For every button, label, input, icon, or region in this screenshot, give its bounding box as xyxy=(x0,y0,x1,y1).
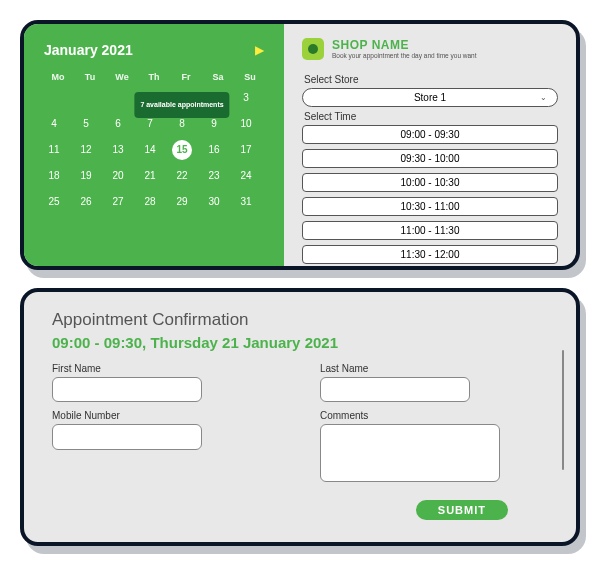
calendar-dow: Fr xyxy=(172,72,200,82)
calendar-day[interactable]: 26 xyxy=(76,192,96,212)
calendar-day[interactable]: 20 xyxy=(108,166,128,186)
confirmation-title: Appointment Confirmation xyxy=(52,310,548,330)
time-slot[interactable]: 09:00 - 09:30 xyxy=(302,125,558,144)
calendar-day xyxy=(76,88,96,108)
chevron-down-icon: ⌄ xyxy=(540,93,547,102)
calendar-day[interactable]: 24 xyxy=(236,166,256,186)
time-slot[interactable]: 11:00 - 11:30 xyxy=(302,221,558,240)
calendar-dow: Mo xyxy=(44,72,72,82)
calendar-day[interactable]: 87 available appointments xyxy=(172,114,192,134)
calendar-day[interactable]: 27 xyxy=(108,192,128,212)
calendar-day[interactable]: 21 xyxy=(140,166,160,186)
calendar-day[interactable]: 17 xyxy=(236,140,256,160)
last-name-label: Last Name xyxy=(320,363,548,374)
calendar-day[interactable]: 18 xyxy=(44,166,64,186)
calendar-dow: Su xyxy=(236,72,264,82)
calendar-day[interactable]: 23 xyxy=(204,166,224,186)
comments-textarea[interactable] xyxy=(320,424,500,482)
confirmation-panel: Appointment Confirmation 09:00 - 09:30, … xyxy=(20,288,580,546)
calendar-day[interactable]: 3 xyxy=(236,88,256,108)
submit-button[interactable]: SUBMIT xyxy=(416,500,508,520)
calendar-day[interactable]: 9 xyxy=(204,114,224,134)
select-time-label: Select Time xyxy=(304,111,558,122)
calendar-day[interactable]: 15 xyxy=(172,140,192,160)
calendar-day[interactable]: 28 xyxy=(140,192,160,212)
shop-subtitle: Book your appointment the day and time y… xyxy=(332,52,477,59)
panel-scrollbar[interactable] xyxy=(562,350,564,470)
mobile-input[interactable] xyxy=(52,424,202,449)
calendar-day[interactable]: 16 xyxy=(204,140,224,160)
booking-side: SHOP NAME Book your appointment the day … xyxy=(284,24,576,266)
time-slot[interactable]: 09:30 - 10:00 xyxy=(302,149,558,168)
first-name-input[interactable] xyxy=(52,377,202,402)
calendar-dow: Sa xyxy=(204,72,232,82)
last-name-input[interactable] xyxy=(320,377,470,402)
calendar-dow: Th xyxy=(140,72,168,82)
calendar-day[interactable]: 11 xyxy=(44,140,64,160)
calendar-day xyxy=(44,88,64,108)
calendar-day[interactable]: 19 xyxy=(76,166,96,186)
calendar-day[interactable]: 30 xyxy=(204,192,224,212)
calendar-day[interactable]: 6 xyxy=(108,114,128,134)
calendar-day[interactable]: 14 xyxy=(140,140,160,160)
calendar-next-icon[interactable]: ▶ xyxy=(255,43,264,57)
calendar-day[interactable]: 12 xyxy=(76,140,96,160)
store-selected-value: Store 1 xyxy=(414,92,446,103)
time-slot[interactable]: 10:30 - 11:00 xyxy=(302,197,558,216)
time-slot[interactable]: 10:00 - 10:30 xyxy=(302,173,558,192)
calendar-title: January 2021 xyxy=(44,42,133,58)
calendar-day[interactable]: 4 xyxy=(44,114,64,134)
booking-widget: January 2021 ▶ MoTuWeThFrSaSu123456787 a… xyxy=(20,20,580,270)
select-store-label: Select Store xyxy=(304,74,558,85)
shop-name: SHOP NAME xyxy=(332,38,477,52)
calendar-day xyxy=(108,88,128,108)
time-slot[interactable]: 11:30 - 12:00 xyxy=(302,245,558,264)
store-select[interactable]: Store 1 ⌄ xyxy=(302,88,558,107)
first-name-label: First Name xyxy=(52,363,280,374)
mobile-label: Mobile Number xyxy=(52,410,280,421)
calendar: January 2021 ▶ MoTuWeThFrSaSu123456787 a… xyxy=(24,24,284,266)
calendar-day[interactable]: 10 xyxy=(236,114,256,134)
calendar-day[interactable]: 25 xyxy=(44,192,64,212)
calendar-day[interactable]: 22 xyxy=(172,166,192,186)
confirmation-datetime: 09:00 - 09:30, Thursday 21 January 2021 xyxy=(52,334,548,351)
calendar-dow: We xyxy=(108,72,136,82)
calendar-day[interactable]: 13 xyxy=(108,140,128,160)
calendar-day[interactable]: 31 xyxy=(236,192,256,212)
calendar-day[interactable]: 5 xyxy=(76,114,96,134)
calendar-dow: Tu xyxy=(76,72,104,82)
shop-logo-icon xyxy=(302,38,324,60)
comments-label: Comments xyxy=(320,410,548,421)
calendar-day[interactable]: 29 xyxy=(172,192,192,212)
